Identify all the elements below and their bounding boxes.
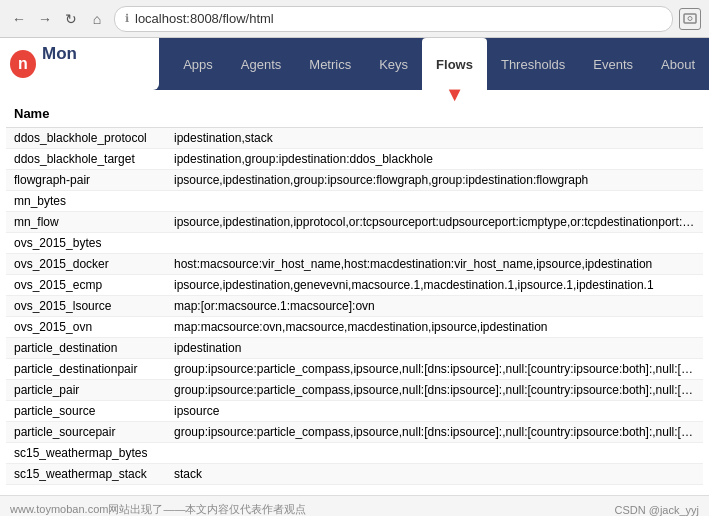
flow-value: group:ipsource:particle_compass,ipsource… <box>166 359 703 380</box>
table-row[interactable]: ovs_2015_ecmpipsource,ipdestination,gene… <box>6 275 703 296</box>
back-button[interactable]: ← <box>8 8 30 30</box>
table-row[interactable]: particle_destinationpairgroup:ipsource:p… <box>6 359 703 380</box>
table-row[interactable]: flowgraph-pairipsource,ipdestination,gro… <box>6 170 703 191</box>
flow-value: ipsource <box>166 401 703 422</box>
flow-name: particle_sourcepair <box>6 422 166 443</box>
flow-name: mn_bytes <box>6 191 166 212</box>
flow-value: group:ipsource:particle_compass,ipsource… <box>166 422 703 443</box>
active-tab-arrow: ▼ <box>445 84 465 104</box>
flow-name: sc15_weathermap_stack <box>6 464 166 485</box>
table-row[interactable]: ddos_blackhole_targetipdestination,group… <box>6 149 703 170</box>
flow-name: ddos_blackhole_protocol <box>6 128 166 149</box>
flow-value <box>166 233 703 254</box>
svg-rect-0 <box>684 14 696 23</box>
flow-name: mn_flow <box>6 212 166 233</box>
nav-tab-flows[interactable]: Flows▼ <box>422 38 487 90</box>
table-wrapper: Name ddos_blackhole_protocolipdestinatio… <box>6 100 703 485</box>
url-input[interactable] <box>135 11 662 26</box>
table-row[interactable]: ovs_2015_lsourcemap:[or:macsource.1:macs… <box>6 296 703 317</box>
table-row[interactable]: mn_flowipsource,ipdestination,ipprotocol… <box>6 212 703 233</box>
table-row[interactable]: ovs_2015_dockerhost:macsource:vir_host_n… <box>6 254 703 275</box>
flow-name: ovs_2015_bytes <box>6 233 166 254</box>
col-header-name: Name <box>6 100 166 128</box>
nav-tab-events[interactable]: Events <box>579 38 647 90</box>
flow-name: particle_pair <box>6 380 166 401</box>
flow-name: ovs_2015_ecmp <box>6 275 166 296</box>
home-button[interactable]: ⌂ <box>86 8 108 30</box>
flow-name: ddos_blackhole_target <box>6 149 166 170</box>
forward-button[interactable]: → <box>34 8 56 30</box>
nav-tab-agents[interactable]: Agents <box>227 38 295 90</box>
flow-value <box>166 191 703 212</box>
flow-name: ovs_2015_lsource <box>6 296 166 317</box>
flow-value: host:macsource:vir_host_name,host:macdes… <box>166 254 703 275</box>
nav-tab-keys[interactable]: Keys <box>365 38 422 90</box>
flow-name: particle_destinationpair <box>6 359 166 380</box>
logo-icon: n <box>10 50 36 78</box>
flow-value <box>166 443 703 464</box>
footer-left: www.toymoban.com网站出现了——本文内容仅代表作者观点 <box>10 502 306 516</box>
flows-table: Name ddos_blackhole_protocolipdestinatio… <box>6 100 703 485</box>
flow-value: ipsource,ipdestination,genevevni,macsour… <box>166 275 703 296</box>
browser-chrome: ← → ↻ ⌂ ℹ <box>0 0 709 38</box>
table-row[interactable]: sc15_weathermap_bytes <box>6 443 703 464</box>
table-row[interactable]: particle_destinationipdestination <box>6 338 703 359</box>
footer-right: CSDN @jack_yyj <box>614 504 699 516</box>
col-header-value <box>166 100 703 128</box>
flow-value: map:[or:macsource.1:macsource]:ovn <box>166 296 703 317</box>
table-row[interactable]: particle_pairgroup:ipsource:particle_com… <box>6 380 703 401</box>
table-row[interactable]: particle_sourceipsource <box>6 401 703 422</box>
table-row[interactable]: particle_sourcepairgroup:ipsource:partic… <box>6 422 703 443</box>
nav-tab-apps[interactable]: Apps <box>169 38 227 90</box>
nav-tab-thresholds[interactable]: Thresholds <box>487 38 579 90</box>
footer: www.toymoban.com网站出现了——本文内容仅代表作者观点 CSDN … <box>0 495 709 516</box>
info-icon: ℹ <box>125 12 129 25</box>
flow-name: particle_source <box>6 401 166 422</box>
table-row[interactable]: ovs_2015_bytes <box>6 233 703 254</box>
screen-capture-icon[interactable] <box>679 8 701 30</box>
flow-value: map:macsource:ovn,macsource,macdestinati… <box>166 317 703 338</box>
flow-value: ipsource,ipdestination,group:ipsource:fl… <box>166 170 703 191</box>
nav-buttons: ← → ↻ ⌂ <box>8 8 108 30</box>
app-header: n MonsFlow-RT AppsAgentsMetricsKeysFlows… <box>0 38 709 90</box>
flow-name: ovs_2015_ovn <box>6 317 166 338</box>
app-title: MonsFlow-RT <box>42 44 149 84</box>
logo-area: n MonsFlow-RT <box>0 38 159 90</box>
main-content: Name ddos_blackhole_protocolipdestinatio… <box>0 90 709 495</box>
flow-value: group:ipsource:particle_compass,ipsource… <box>166 380 703 401</box>
nav-tabs: AppsAgentsMetricsKeysFlows▼ThresholdsEve… <box>169 38 709 90</box>
nav-tab-about[interactable]: About <box>647 38 709 90</box>
flow-name: ovs_2015_docker <box>6 254 166 275</box>
address-bar[interactable]: ℹ <box>114 6 673 32</box>
flow-value: ipdestination,stack <box>166 128 703 149</box>
flow-name: sc15_weathermap_bytes <box>6 443 166 464</box>
reload-button[interactable]: ↻ <box>60 8 82 30</box>
flow-value: ipdestination,group:ipdestination:ddos_b… <box>166 149 703 170</box>
table-row[interactable]: ddos_blackhole_protocolipdestination,sta… <box>6 128 703 149</box>
flow-name: flowgraph-pair <box>6 170 166 191</box>
svg-point-1 <box>688 16 692 20</box>
table-row[interactable]: mn_bytes <box>6 191 703 212</box>
table-row[interactable]: sc15_weathermap_stackstack <box>6 464 703 485</box>
flow-value: ipdestination <box>166 338 703 359</box>
flow-value: stack <box>166 464 703 485</box>
nav-tab-metrics[interactable]: Metrics <box>295 38 365 90</box>
flow-value: ipsource,ipdestination,ipprotocol,or:tcp… <box>166 212 703 233</box>
flow-name: particle_destination <box>6 338 166 359</box>
table-row[interactable]: ovs_2015_ovnmap:macsource:ovn,macsource,… <box>6 317 703 338</box>
